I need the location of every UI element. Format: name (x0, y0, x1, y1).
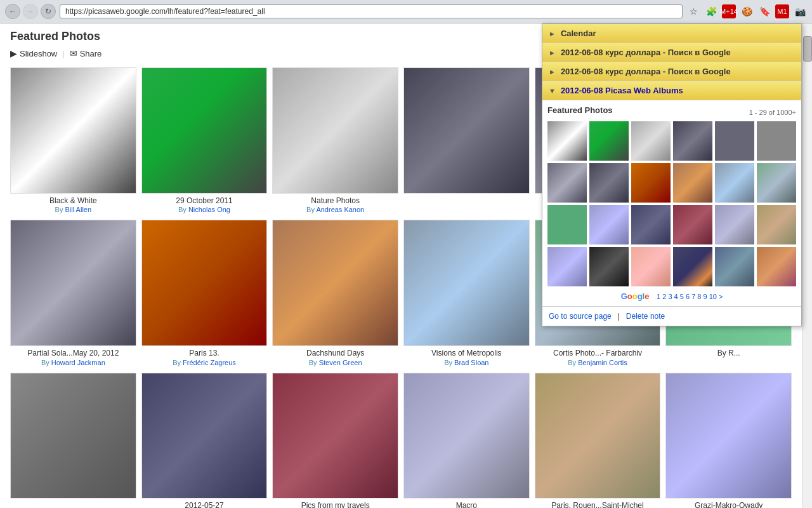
photo-thumbnail[interactable] (272, 220, 398, 346)
chevron-right-icon: ► (549, 49, 556, 57)
scroll-thumb[interactable] (803, 36, 812, 62)
photo-thumbnail[interactable] (272, 373, 398, 499)
google-logo: Google (621, 291, 652, 301)
mini-cell[interactable] (547, 121, 587, 161)
mini-cell[interactable] (631, 205, 671, 244)
address-bar[interactable] (60, 4, 683, 18)
star-icon[interactable]: ☆ (686, 4, 700, 18)
author-link: Andreas Kanon (316, 206, 364, 213)
photo-thumbnail[interactable] (535, 373, 661, 499)
photo-thumbnail[interactable] (403, 373, 530, 499)
photo-thumbnail[interactable] (403, 220, 530, 346)
mini-cell[interactable] (631, 121, 671, 161)
page-count-label: 1 - 29 of 1000+ (749, 109, 796, 116)
photo-author[interactable]: By Steven Green (272, 359, 398, 366)
gmail-icon[interactable]: M1 (775, 4, 789, 18)
mail-icon[interactable]: M+14 (722, 4, 736, 18)
go-to-source-link[interactable]: Go to source page (549, 312, 612, 321)
mini-cell[interactable] (715, 121, 754, 161)
photo-author[interactable]: By Andreas Kanon (272, 206, 398, 213)
reload-button[interactable]: ↻ (41, 4, 56, 19)
toolbar-separator: | (62, 49, 64, 58)
photo-thumbnail[interactable] (141, 220, 268, 346)
mini-photo-grid (547, 121, 796, 286)
mini-cell[interactable] (757, 121, 796, 161)
dropdown-item-picasa-expanded: ▼ 2012-06-08 Picasa Web Albums Featured … (542, 81, 801, 307)
dropdown-expanded-header[interactable]: ▼ 2012-06-08 Picasa Web Albums (542, 81, 801, 100)
nav-buttons: ← → ↻ (5, 4, 56, 19)
share-button[interactable]: ✉ Share (70, 48, 102, 58)
author-link: Brad Sloan (454, 359, 488, 366)
mini-cell[interactable] (631, 163, 671, 203)
mini-cell[interactable] (631, 247, 671, 286)
dropdown-item-search1[interactable]: ► 2012-06-08 курс доллара - Поиск в Goog… (542, 43, 801, 62)
author-link: Howard Jackman (51, 359, 105, 366)
photo-title: Partial Sola...May 20, 2012 (10, 349, 136, 359)
mini-cell[interactable] (589, 121, 629, 161)
mini-cell[interactable] (547, 247, 587, 286)
dropdown-item-search2[interactable]: ► 2012-06-08 курс доллара - Поиск в Goog… (542, 62, 801, 81)
mini-cell[interactable] (673, 205, 712, 244)
cookie-icon[interactable]: 🍪 (740, 4, 754, 18)
forward-button[interactable]: → (23, 4, 38, 19)
list-item: Paris 13. By Frédéric Zagreus (141, 220, 268, 366)
mini-cell[interactable] (673, 121, 712, 161)
list-item: Macro By Suzana Ristic (403, 373, 530, 508)
dropdown-overlay: ► Calendar ► 2012-06-08 курс доллара - П… (542, 23, 802, 326)
photo-author[interactable]: By Benjamin Cortis (535, 359, 661, 366)
mini-pagination[interactable]: Google 1 2 3 4 5 6 7 8 9 10 > (547, 291, 796, 301)
author-link: Nicholas Ong (188, 206, 230, 213)
photo-thumbnail[interactable] (141, 67, 268, 194)
mini-cell[interactable] (673, 163, 712, 203)
mini-cell[interactable] (757, 247, 796, 286)
list-item: Visions of Metropolis By Brad Sloan (403, 220, 530, 366)
bookmark-icon[interactable]: 🔖 (757, 4, 771, 18)
photo-thumbnail[interactable] (10, 220, 136, 346)
list-item: Nature Photos By Andreas Kanon (272, 67, 398, 213)
mini-cell[interactable] (757, 163, 796, 203)
photo-author[interactable]: By Bill Allen (10, 206, 136, 213)
mini-cell[interactable] (715, 205, 754, 244)
photo-thumbnail[interactable] (141, 373, 268, 499)
chevron-right-icon: ► (549, 68, 556, 76)
footer-separator: | (618, 312, 620, 321)
mini-cell[interactable] (757, 205, 796, 244)
delete-note-link[interactable]: Delete note (626, 312, 665, 321)
pagination-numbers[interactable]: 1 2 3 4 5 6 7 8 9 10 > (657, 293, 723, 300)
photo-author[interactable]: By Brad Sloan (403, 359, 530, 366)
photo-author[interactable]: By Frédéric Zagreus (141, 359, 268, 366)
photo-title: By R... (665, 349, 792, 359)
photo-thumbnail[interactable] (403, 67, 530, 194)
slideshow-icon: ▶ (10, 48, 17, 58)
photo-title: Paris 13. (141, 349, 268, 359)
scrollbar[interactable] (802, 23, 812, 508)
photo-thumbnail[interactable] (10, 67, 136, 194)
mini-preview: Featured Photos 1 - 29 of 1000+ (542, 100, 801, 306)
mini-cell[interactable] (673, 247, 712, 286)
chevron-right-icon: ► (549, 30, 556, 37)
mini-cell[interactable] (715, 163, 754, 203)
list-item: Black & White By Bill Allen (10, 67, 136, 213)
photo-author[interactable]: By Nicholas Ong (141, 206, 268, 213)
mini-cell[interactable] (547, 205, 587, 244)
share-icon: ✉ (70, 48, 77, 58)
chevron-down-icon: ▼ (549, 87, 556, 95)
mini-cell[interactable] (547, 163, 587, 203)
dropdown-footer: Go to source page | Delete note (542, 307, 801, 326)
mini-cell[interactable] (589, 205, 629, 244)
mini-cell[interactable] (715, 247, 754, 286)
dropdown-item-calendar[interactable]: ► Calendar (542, 24, 801, 43)
photo-title: Pics from my travels (272, 501, 398, 508)
mini-cell[interactable] (589, 163, 629, 203)
list-item (403, 67, 530, 213)
author-link: Benjamin Cortis (578, 359, 627, 366)
photo-thumbnail[interactable] (10, 373, 136, 499)
photo-author[interactable]: By Howard Jackman (10, 359, 136, 366)
capture-icon[interactable]: 📷 (793, 4, 807, 18)
photo-thumbnail[interactable] (665, 373, 792, 499)
photo-thumbnail[interactable] (272, 67, 398, 194)
mini-cell[interactable] (589, 247, 629, 286)
back-button[interactable]: ← (5, 4, 20, 19)
extensions-icon[interactable]: 🧩 (704, 4, 718, 18)
slideshow-button[interactable]: ▶ Slideshow (10, 48, 57, 58)
